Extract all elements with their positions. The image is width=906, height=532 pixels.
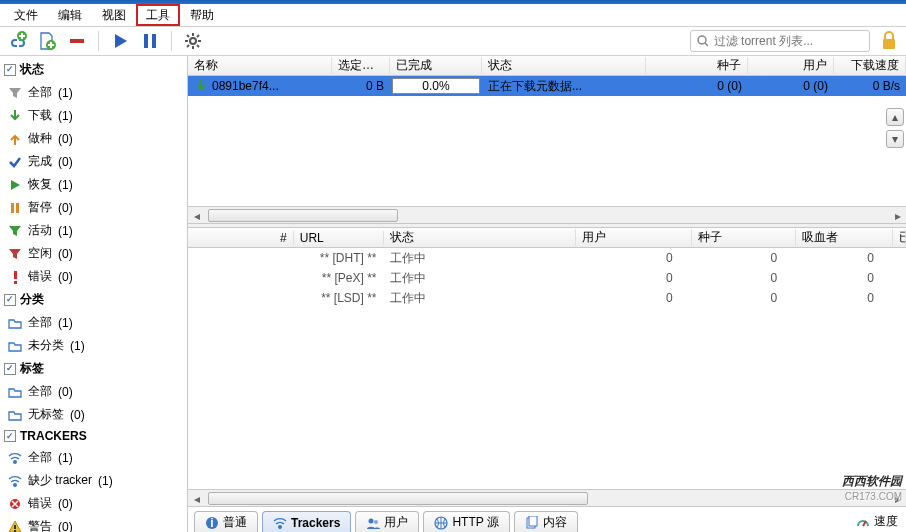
filter-searchbox[interactable] (690, 30, 870, 52)
cell-size: 0 B (332, 79, 390, 93)
sidebar-status-item[interactable]: 恢复 (1) (0, 173, 187, 196)
cell-seeds: 0 (693, 291, 798, 305)
scroll-right-icon[interactable]: ▸ (889, 490, 906, 507)
tab-label: 内容 (543, 514, 567, 531)
tab-用户[interactable]: 用户 (355, 511, 419, 532)
sidebar-trackers-item[interactable]: 缺少 tracker (1) (0, 469, 187, 492)
sidebar-category-item[interactable]: 全部 (1) (0, 311, 187, 334)
play-green (8, 178, 22, 192)
menu-edit[interactable]: 编辑 (48, 4, 92, 26)
sidebar-item-label: 错误 (28, 268, 52, 285)
menu-help[interactable]: 帮助 (180, 4, 224, 26)
scroll-thumb[interactable] (208, 209, 398, 222)
scroll-thumb[interactable] (208, 492, 588, 505)
col-leech[interactable]: 吸血者 (796, 229, 893, 246)
add-file-button[interactable] (36, 30, 58, 52)
sidebar-item-count: (1) (58, 178, 73, 192)
filter-gray (8, 86, 22, 100)
sidebar-tags-header[interactable]: ✓ 标签 (0, 357, 187, 380)
check-blue (8, 155, 22, 169)
svg-rect-16 (883, 39, 895, 49)
sidebar-status-header[interactable]: ✓ 状态 (0, 58, 187, 81)
sidebar-trackers-item[interactable]: 警告 (0) (0, 515, 187, 532)
tracker-header-row: # URL 状态 用户 种子 吸血者 已下 (188, 228, 906, 248)
col-size[interactable]: 选定大小 (332, 57, 390, 74)
svg-line-15 (705, 43, 708, 46)
checkbox-icon[interactable]: ✓ (4, 294, 16, 306)
sidebar-category-item[interactable]: 未分类 (1) (0, 334, 187, 357)
col-seeds[interactable]: 种子 (646, 57, 748, 74)
sidebar-status-item[interactable]: 完成 (0) (0, 150, 187, 173)
gear-icon (184, 32, 202, 50)
filter-input[interactable] (714, 34, 863, 48)
col-status[interactable]: 状态 (482, 57, 646, 74)
svg-line-13 (187, 45, 189, 47)
add-link-button[interactable] (6, 30, 28, 52)
svg-point-5 (190, 38, 196, 44)
col-url[interactable]: URL (294, 231, 384, 245)
menu-tools[interactable]: 工具 (136, 4, 180, 26)
sidebar-status-label: 状态 (20, 61, 44, 78)
sidebar-category-header[interactable]: ✓ 分类 (0, 288, 187, 311)
col-num[interactable]: # (188, 231, 294, 245)
tracker-panel: # URL 状态 用户 种子 吸血者 已下 ** [DHT] **工作中000*… (188, 228, 906, 506)
tracker-row[interactable]: ** [DHT] **工作中000 (188, 248, 906, 268)
scroll-left-icon[interactable]: ◂ (188, 490, 205, 507)
scroll-left-icon[interactable]: ◂ (188, 207, 205, 224)
torrent-hscrollbar[interactable]: ◂ ▸ (188, 206, 906, 223)
sidebar-status-item[interactable]: 做种 (0) (0, 127, 187, 150)
col-done[interactable]: 已完成 (390, 57, 482, 74)
sidebar-tags-item[interactable]: 无标签 (0) (0, 403, 187, 426)
tab-普通[interactable]: i普通 (194, 511, 258, 532)
col-speed[interactable]: 下载速度 (834, 57, 906, 74)
settings-button[interactable] (182, 30, 204, 52)
cell-status: 工作中 (384, 290, 576, 307)
tracker-row[interactable]: ** [PeX] **工作中000 (188, 268, 906, 288)
menu-file[interactable]: 文件 (4, 4, 48, 26)
checkbox-icon[interactable]: ✓ (4, 363, 16, 375)
col-status2[interactable]: 状态 (384, 229, 576, 246)
pause-button[interactable] (139, 30, 161, 52)
checkbox-icon[interactable]: ✓ (4, 430, 16, 442)
col-peers[interactable]: 用户 (748, 57, 834, 74)
torrent-row[interactable]: 0891be7f4...0 B0.0%正在下载元数据...0 (0)0 (0)0… (188, 76, 906, 96)
sidebar-status-item[interactable]: 活动 (1) (0, 219, 187, 242)
folder-blue (8, 385, 22, 399)
remove-button[interactable] (66, 30, 88, 52)
lock-button[interactable] (878, 30, 900, 52)
move-down-button[interactable]: ▾ (886, 130, 904, 148)
tracker-row[interactable]: ** [LSD] **工作中000 (188, 288, 906, 308)
sidebar-item-count: (1) (58, 86, 73, 100)
sidebar-status-item[interactable]: 错误 (0) (0, 265, 187, 288)
svg-rect-20 (14, 281, 17, 284)
menu-view[interactable]: 视图 (92, 4, 136, 26)
torrent-empty-area (188, 96, 906, 206)
sidebar-trackers-header[interactable]: ✓ TRACKERS (0, 426, 187, 446)
col-peers2[interactable]: 用户 (576, 229, 692, 246)
col-downloaded[interactable]: 已下 (893, 229, 906, 246)
move-up-button[interactable]: ▴ (886, 108, 904, 126)
sidebar-status-item[interactable]: 下载 (1) (0, 104, 187, 127)
sidebar-trackers-item[interactable]: 错误 (0) (0, 492, 187, 515)
sidebar-status-item[interactable]: 空闲 (0) (0, 242, 187, 265)
sidebar-item-count: (0) (58, 247, 73, 261)
sidebar-item-label: 全部 (28, 314, 52, 331)
checkbox-icon[interactable]: ✓ (4, 64, 16, 76)
sidebar-item-count: (1) (58, 224, 73, 238)
sidebar-status-item[interactable]: 暂停 (0) (0, 196, 187, 219)
col-name[interactable]: 名称 (188, 57, 332, 74)
sidebar-tags-item[interactable]: 全部 (0) (0, 380, 187, 403)
start-button[interactable] (109, 30, 131, 52)
tab-Trackers[interactable]: Trackers (262, 511, 351, 532)
scroll-right-icon[interactable]: ▸ (889, 207, 906, 224)
sidebar-trackers-item[interactable]: 全部 (1) (0, 446, 187, 469)
tracker-blue (8, 451, 22, 465)
col-seeds2[interactable]: 种子 (692, 229, 796, 246)
cell-speed: 0 B/s (834, 79, 906, 93)
tab-内容[interactable]: 内容 (514, 511, 578, 532)
sidebar-status-item[interactable]: 全部 (1) (0, 81, 187, 104)
tracker-hscrollbar[interactable]: ◂ ▸ (188, 489, 906, 506)
sidebar-item-count: (0) (58, 385, 73, 399)
tab-label: 用户 (384, 514, 408, 531)
tab-HTTP 源[interactable]: HTTP 源 (423, 511, 509, 532)
